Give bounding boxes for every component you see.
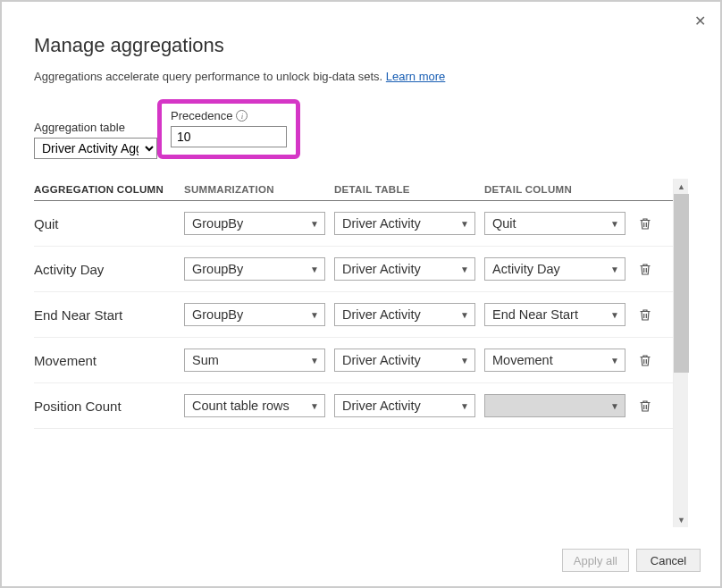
- chevron-down-icon: ▼: [310, 356, 319, 365]
- table-row: QuitGroupBy▼Driver Activity▼Quit▼: [34, 201, 673, 247]
- detail-table-select[interactable]: Driver Activity▼: [334, 212, 475, 235]
- header-summarization: SUMMARIZATION: [184, 184, 334, 195]
- delete-row-button[interactable]: [634, 262, 656, 276]
- precedence-label-row: Precedence i: [171, 109, 287, 122]
- apply-all-button[interactable]: Apply all: [562, 549, 629, 572]
- delete-row-button[interactable]: [634, 307, 656, 322]
- trash-icon: [638, 216, 652, 231]
- detail-table-select-value: Driver Activity: [342, 353, 421, 367]
- learn-more-link[interactable]: Learn more: [386, 70, 445, 83]
- trash-icon: [638, 307, 652, 322]
- aggregation-column-cell: Movement: [34, 353, 184, 368]
- delete-row-button[interactable]: [634, 399, 656, 413]
- table-row: MovementSum▼Driver Activity▼Movement▼: [34, 338, 673, 383]
- dialog-footer: Apply all Cancel: [4, 536, 718, 584]
- aggregation-column-cell: Activity Day: [34, 262, 184, 277]
- detail-table-select[interactable]: Driver Activity▼: [334, 349, 475, 372]
- trash-icon: [638, 353, 652, 367]
- summarization-select[interactable]: GroupBy▼: [184, 212, 325, 235]
- detail-column-select-value: End Near Start: [492, 307, 578, 322]
- aggregation-table-select[interactable]: Driver Activity Agg2: [34, 138, 157, 159]
- precedence-input[interactable]: [171, 126, 287, 147]
- aggregation-column-cell: End Near Start: [34, 307, 184, 323]
- detail-table-select[interactable]: Driver Activity▼: [334, 303, 475, 326]
- scroll-thumb[interactable]: [674, 194, 689, 373]
- summarization-select[interactable]: Count table rows▼: [184, 394, 325, 417]
- delete-row-button[interactable]: [634, 353, 656, 367]
- aggregations-table-scroll: AGGREGATION COLUMN SUMMARIZATION DETAIL …: [34, 179, 673, 527]
- chevron-down-icon: ▼: [310, 310, 319, 320]
- detail-table-select-value: Driver Activity: [342, 307, 421, 322]
- chevron-down-icon: ▼: [610, 219, 619, 229]
- trash-icon: [638, 262, 652, 276]
- chevron-down-icon: ▼: [310, 219, 319, 229]
- detail-table-select-value: Driver Activity: [342, 399, 421, 413]
- chevron-down-icon: ▼: [310, 401, 319, 411]
- aggregation-table-label: Aggregation table: [34, 121, 157, 134]
- detail-column-select[interactable]: End Near Start▼: [484, 303, 625, 326]
- summarization-select-value: Count table rows: [192, 399, 290, 413]
- aggregations-table-wrap: AGGREGATION COLUMN SUMMARIZATION DETAIL …: [34, 179, 688, 527]
- table-row: Position CountCount table rows▼Driver Ac…: [34, 383, 673, 429]
- detail-column-select[interactable]: Movement▼: [484, 349, 625, 372]
- vertical-scrollbar[interactable]: ▲ ▼: [673, 179, 688, 527]
- chevron-down-icon: ▼: [460, 310, 469, 320]
- header-detail-column: DETAIL COLUMN: [484, 184, 634, 195]
- controls-row: Aggregation table Driver Activity Agg2 P…: [34, 99, 688, 159]
- summarization-select-value: GroupBy: [192, 307, 243, 322]
- delete-row-button[interactable]: [634, 216, 656, 231]
- summarization-select-value: Sum: [192, 353, 219, 367]
- trash-icon: [638, 399, 652, 413]
- aggregation-column-cell: Position Count: [34, 399, 184, 414]
- chevron-down-icon: ▼: [460, 265, 469, 274]
- table-row: Activity DayGroupBy▼Driver Activity▼Acti…: [34, 247, 673, 292]
- chevron-down-icon: ▼: [610, 310, 619, 320]
- precedence-field: Precedence i: [171, 109, 287, 147]
- aggregation-column-cell: Quit: [34, 216, 184, 231]
- detail-column-select[interactable]: Activity Day▼: [484, 257, 625, 281]
- summarization-select-value: GroupBy: [192, 262, 243, 276]
- precedence-highlight: Precedence i: [157, 99, 300, 159]
- summarization-select[interactable]: GroupBy▼: [184, 303, 325, 326]
- detail-column-select-value: Quit: [492, 216, 516, 231]
- detail-table-select-value: Driver Activity: [342, 262, 421, 276]
- chevron-down-icon: ▼: [610, 401, 619, 411]
- chevron-down-icon: ▼: [310, 265, 319, 274]
- detail-table-select[interactable]: Driver Activity▼: [334, 394, 475, 417]
- detail-column-select-value: Activity Day: [492, 262, 560, 276]
- table-header: AGGREGATION COLUMN SUMMARIZATION DETAIL …: [34, 179, 673, 201]
- scroll-down-icon[interactable]: ▼: [674, 512, 689, 527]
- close-icon[interactable]: ✕: [694, 13, 706, 29]
- detail-column-select[interactable]: Quit▼: [484, 212, 625, 235]
- subtitle-text: Aggregations accelerate query performanc…: [34, 70, 386, 83]
- detail-table-select[interactable]: Driver Activity▼: [334, 257, 475, 281]
- manage-aggregations-dialog: ✕ Manage aggregations Aggregations accel…: [4, 4, 718, 584]
- detail-column-select-value: Movement: [492, 353, 553, 367]
- dialog-subtitle: Aggregations accelerate query performanc…: [34, 70, 688, 83]
- cancel-button[interactable]: Cancel: [636, 549, 701, 572]
- table-row: End Near StartGroupBy▼Driver Activity▼En…: [34, 292, 673, 338]
- summarization-select-value: GroupBy: [192, 216, 243, 231]
- detail-table-select-value: Driver Activity: [342, 216, 421, 231]
- chevron-down-icon: ▼: [460, 219, 469, 229]
- page-title: Manage aggregations: [34, 34, 688, 57]
- info-icon[interactable]: i: [236, 110, 248, 122]
- chevron-down-icon: ▼: [460, 356, 469, 365]
- header-detail-table: DETAIL TABLE: [334, 184, 484, 195]
- chevron-down-icon: ▼: [610, 356, 619, 365]
- header-aggregation-column: AGGREGATION COLUMN: [34, 184, 184, 195]
- precedence-label: Precedence: [171, 109, 232, 122]
- chevron-down-icon: ▼: [460, 401, 469, 411]
- scroll-up-icon[interactable]: ▲: [674, 179, 689, 194]
- aggregation-table-field: Aggregation table Driver Activity Agg2: [34, 121, 157, 159]
- chevron-down-icon: ▼: [610, 265, 619, 274]
- summarization-select[interactable]: GroupBy▼: [184, 257, 325, 281]
- aggregations-table: AGGREGATION COLUMN SUMMARIZATION DETAIL …: [34, 179, 673, 429]
- summarization-select[interactable]: Sum▼: [184, 349, 325, 372]
- detail-column-select[interactable]: ▼: [484, 394, 625, 417]
- dialog-content: Manage aggregations Aggregations acceler…: [4, 4, 718, 536]
